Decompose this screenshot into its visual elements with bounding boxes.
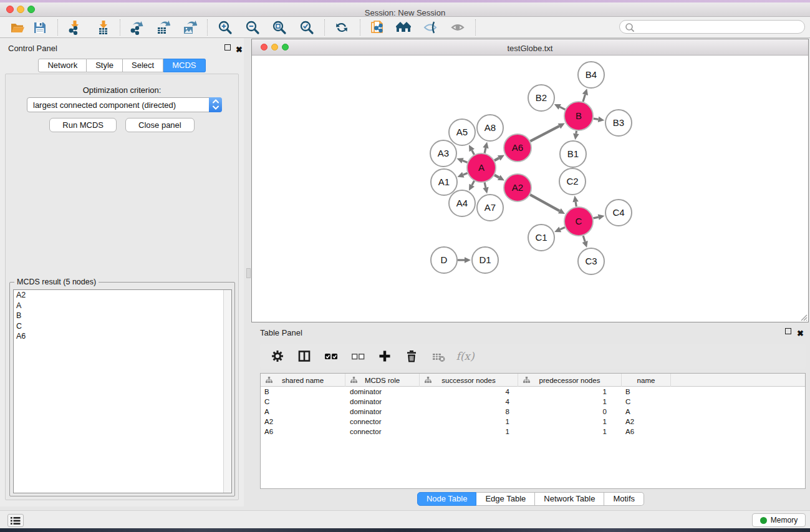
edge-A6-B[interactable] [530,126,559,141]
graph-node-C2[interactable]: C2 [559,168,586,195]
main-titlebar[interactable]: Session: New Session [0,2,810,17]
table-cell[interactable]: A6 [622,427,671,437]
graph-node-C[interactable]: C [564,207,593,236]
network-window-titlebar[interactable]: testGlobe.txt [252,39,808,56]
search-input[interactable] [634,21,804,32]
table-cell[interactable]: 1 [518,427,622,437]
table-cell[interactable]: A [622,407,671,417]
add-column-button[interactable] [376,348,393,364]
column-header-shared-name[interactable]: shared name [261,374,345,387]
tab-style[interactable]: Style [87,59,123,72]
open-session-button[interactable] [9,19,26,36]
table-cell[interactable]: A6 [261,427,345,437]
edge-A-A4[interactable] [472,181,475,185]
edge-B-B4[interactable] [583,95,585,102]
edge-A2-C[interactable] [530,195,559,211]
hide-panel-button[interactable] [423,19,439,36]
column-header-predecessor-nodes[interactable]: predecessor nodes [518,374,622,387]
split-columns-button[interactable] [296,348,313,364]
window-resize-grip[interactable] [799,312,808,321]
table-row[interactable]: A6connector11A6 [261,427,805,437]
tab-motifs[interactable]: Motifs [604,492,644,506]
close-panel-button[interactable]: Close panel [125,118,195,132]
graph-node-A1[interactable]: A1 [431,169,457,195]
table-row[interactable]: Cdominator41C [261,397,805,407]
result-list-item[interactable]: A6 [14,331,231,342]
tab-network-table[interactable]: Network Table [535,492,604,506]
table-panel-float-icon[interactable] [785,327,793,336]
graph-node-A8[interactable]: A8 [477,115,503,141]
edge-A-A1[interactable] [463,173,468,175]
table-cell[interactable]: 1 [420,417,518,427]
export-image-button[interactable] [181,19,198,36]
table-cell[interactable]: 1 [518,417,622,427]
edge-A-A5[interactable] [472,150,475,155]
column-header-name[interactable]: name [622,374,671,387]
criterion-dropdown[interactable]: largest connected component (directed) [27,97,222,112]
column-header-successor-nodes[interactable]: successor nodes [420,374,518,387]
result-list-item[interactable]: C [14,321,231,332]
node-table[interactable]: shared nameMCDS rolesuccessor nodesprede… [260,373,806,489]
table-cell[interactable]: 1 [420,427,518,437]
edge-C-C3[interactable] [583,236,585,242]
edge-A-A7[interactable] [485,182,486,187]
mcds-result-list[interactable]: A2ABCA6 [13,289,232,493]
task-history-button[interactable] [7,514,24,527]
deselect-all-checkboxes-button[interactable] [349,348,367,364]
graph-node-A5[interactable]: A5 [449,119,475,145]
network-graph-canvas[interactable]: AA1A2A3A4A5A6A7A8BB1B2B3B4CC1C2C3C4DD1 [252,56,808,322]
table-cell[interactable]: 1 [518,397,622,407]
table-cell[interactable]: C [622,397,671,407]
result-list-item[interactable]: A2 [14,290,231,301]
memory-button[interactable]: Memory [752,513,806,527]
result-list-scrollbar[interactable] [223,290,231,493]
split-pane-grip[interactable] [246,268,251,278]
graph-node-C3[interactable]: C3 [578,248,604,274]
table-row[interactable]: Adominator80A [261,407,805,417]
select-all-checkboxes-button[interactable] [322,348,340,364]
table-cell[interactable]: 0 [518,407,622,417]
table-cell[interactable]: A2 [622,417,671,427]
result-list-item[interactable]: A [14,301,231,311]
table-cell[interactable]: dominator [345,407,420,417]
graph-node-B2[interactable]: B2 [528,85,554,111]
graph-node-B1[interactable]: B1 [560,141,586,167]
graph-node-A3[interactable]: A3 [430,140,456,167]
column-header-MCDS-role[interactable]: MCDS role [345,374,420,387]
tab-node-table[interactable]: Node Table [417,492,477,506]
table-panel-close-icon[interactable]: ✖ [797,327,805,336]
export-table-button[interactable] [155,19,171,36]
table-cell[interactable]: connector [345,427,420,437]
save-session-button[interactable] [32,19,48,36]
table-cell[interactable]: dominator [345,397,420,407]
delete-column-button[interactable] [403,348,420,364]
edge-C-C1[interactable] [560,228,565,230]
table-cell[interactable]: B [622,387,671,397]
close-panel-icon[interactable]: ✖ [236,44,244,52]
node-table-header[interactable]: shared nameMCDS rolesuccessor nodesprede… [261,374,805,387]
search-field[interactable] [619,20,805,34]
tab-select[interactable]: Select [123,59,163,72]
edge-B-B2[interactable] [560,107,566,109]
graph-node-A2[interactable]: A2 [504,174,531,201]
edge-B-B3[interactable] [594,118,599,119]
edge-A-A2[interactable] [494,175,499,178]
tab-edge-table[interactable]: Edge Table [476,492,535,506]
graph-node-D[interactable]: D [431,247,457,273]
table-cell[interactable]: 1 [518,387,622,397]
graph-node-A6[interactable]: A6 [504,134,531,162]
import-network-button[interactable] [67,19,83,36]
graph-node-A7[interactable]: A7 [477,195,503,221]
graph-node-B4[interactable]: B4 [578,62,604,88]
import-table-button[interactable] [95,19,112,36]
table-cell[interactable]: 4 [420,387,518,397]
edge-A-A3[interactable] [463,161,468,163]
edge-A-A6[interactable] [494,158,499,160]
graph-node-B[interactable]: B [564,102,593,130]
table-row[interactable]: Bdominator41B [261,387,805,397]
table-cell[interactable]: C [261,397,345,407]
graph-node-B3[interactable]: B3 [605,110,632,136]
gear-button[interactable] [269,348,286,364]
table-cell[interactable]: 4 [420,397,518,407]
graph-node-C1[interactable]: C1 [528,225,554,251]
